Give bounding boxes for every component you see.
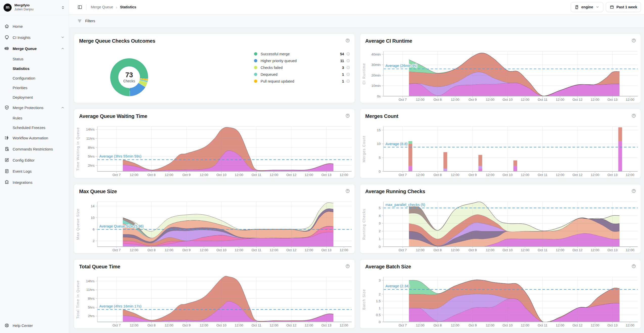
svg-text:Oct 11: Oct 11 [538,98,547,101]
date-range-button[interactable]: Past 1 week [606,2,641,12]
help-icon[interactable] [631,189,636,193]
filters-button[interactable]: Filters [77,19,95,23]
help-icon[interactable] [631,264,636,269]
breadcrumb-merge-queue[interactable]: Merge Queue [91,5,113,9]
svg-text:12:00: 12:00 [130,248,138,252]
edit-icon [4,158,9,163]
legend-item-higher-priority-queued[interactable]: Higher priority queued11 [254,57,350,64]
sidebar-item-scheduled-freezes[interactable]: Scheduled Freezes [0,123,69,132]
sidebar-item-home[interactable]: Home [0,21,69,32]
info-icon[interactable] [346,79,350,83]
svg-text:15: 15 [377,128,381,132]
svg-text:Oct 7: Oct 7 [112,173,121,177]
sidebar-item-statistics[interactable]: Statistics [0,64,69,73]
svg-text:Oct 8: Oct 8 [433,173,442,177]
info-icon[interactable] [346,66,350,69]
chart-merges-count: Average (8.8)Oct 712:00Oct 812:00Oct 912… [360,123,641,178]
sidebar-item-workflow-automation[interactable]: Workflow Automation [0,132,69,143]
svg-text:Oct 9: Oct 9 [469,173,477,177]
svg-text:10: 10 [377,142,381,146]
workflow-icon [4,135,9,140]
svg-text:Oct 8: Oct 8 [433,98,442,101]
svg-text:12:00: 12:00 [556,98,564,101]
sidebar-item-label: Merge Protections [13,106,43,110]
legend-item-dequeued[interactable]: Dequeued1 [254,71,350,78]
sidebar-item-label: Statistics [13,66,30,71]
repository-label: engine [581,5,593,9]
filters-bar: Filters [69,14,644,28]
info-icon[interactable] [346,52,350,56]
org-name: Mergifyio [14,3,61,8]
sidebar-item-priorities[interactable]: Priorities [0,83,69,92]
svg-text:5hrs: 5hrs [88,155,95,158]
info-icon[interactable] [346,59,350,63]
unfold-icon[interactable] [61,5,65,10]
legend-label: Higher priority queued [261,59,340,63]
legend-dot [254,66,257,69]
sidebar-item-ci-insights[interactable]: CI Insights [0,32,69,43]
sidebar-item-rules[interactable]: Rules [0,113,69,123]
svg-text:12:00: 12:00 [270,323,278,327]
topbar: Merge Queue › Statistics engine Past 1 w… [69,0,644,14]
svg-text:2: 2 [379,292,381,296]
donut-total: 73 [125,71,133,79]
legend-item-successful-merge[interactable]: Successful merge54 [254,50,350,57]
svg-text:12:00: 12:00 [486,173,494,177]
help-icon[interactable] [345,113,350,118]
sidebar-item-event-logs[interactable]: Event Logs [0,166,69,177]
svg-text:Oct 10: Oct 10 [216,248,226,252]
svg-text:5: 5 [379,206,381,210]
queue-waiting-time-chart: Average (3hrs 55min 59s)Oct 712:00Oct 81… [74,123,355,178]
sidebar-item-configuration[interactable]: Configuration [0,73,69,83]
svg-text:Oct 10: Oct 10 [502,173,513,177]
batch-size-chart: Average (2.34)Oct 712:00Oct 812:00Oct 91… [360,274,641,329]
svg-text:12:00: 12:00 [556,173,564,177]
y-axis-title: Merges Count [362,136,366,162]
svg-text:12:00: 12:00 [270,173,278,177]
workspace-switcher[interactable]: m Mergifyio Julien Danjou [0,0,69,15]
sidebar-item-label: Integrations [13,180,32,185]
user-name: Julien Danjou [14,8,61,12]
sidebar-item-merge-queue[interactable]: Merge Queue [0,43,69,54]
donut-ring[interactable]: 73Checks [110,58,148,96]
svg-text:12:00: 12:00 [235,323,243,327]
card-title: Merges Count [365,113,398,119]
svg-text:0: 0 [379,245,381,249]
help-icon[interactable] [631,38,636,43]
sidebar-item-status[interactable]: Status [0,54,69,64]
bulb-icon [4,35,9,40]
sidebar-item-merge-protections[interactable]: Merge Protections [0,102,69,113]
svg-text:12:00: 12:00 [235,248,243,252]
svg-text:20min: 20min [371,73,381,77]
svg-text:0.5: 0.5 [376,313,381,317]
sidebar-item-config-editor[interactable]: Config Editor [0,155,69,166]
sidebar-item-integrations[interactable]: Integrations [0,177,69,188]
legend-item-pull-request-updated[interactable]: Pull request updated1 [254,78,350,85]
sidebar-item-deployment[interactable]: Deployment [0,92,69,102]
sidebar-item-label: Rules [13,116,22,120]
svg-text:12:00: 12:00 [486,323,494,327]
sidebar-item-help-center[interactable]: Help Center [4,323,33,328]
card-title: Average Batch Size [365,264,411,270]
repository-select[interactable]: engine [571,2,603,12]
queue-icon [4,46,9,51]
help-icon[interactable] [345,38,350,43]
info-icon[interactable] [346,72,350,76]
card-merges-count: Merges CountAverage (8.8)Oct 712:00Oct 8… [360,109,641,178]
svg-text:Oct 11: Oct 11 [251,173,261,177]
svg-text:Oct 11: Oct 11 [538,248,547,252]
svg-text:12:00: 12:00 [626,98,634,101]
legend-item-checks-failed[interactable]: Checks failed3 [254,64,350,71]
app-root: m Mergifyio Julien Danjou HomeCI Insight… [0,0,644,333]
help-icon[interactable] [631,113,636,118]
sidebar-toggle-icon[interactable] [77,5,82,10]
help-icon[interactable] [345,264,350,269]
svg-text:14: 14 [91,204,95,208]
card-max-queue-size: Max Queue SizeAverage Queue Size (5.96)O… [74,184,355,253]
average-line-label: Average (26min 9s) [385,64,417,68]
merges-count-chart: Average (8.8)Oct 712:00Oct 812:00Oct 912… [360,123,641,178]
sidebar-item-commands-restrictions[interactable]: Commands Restrictions [0,143,69,155]
sidebar-item-label: Config Editor [13,158,35,162]
svg-text:3: 3 [379,221,381,225]
help-icon[interactable] [345,189,350,193]
